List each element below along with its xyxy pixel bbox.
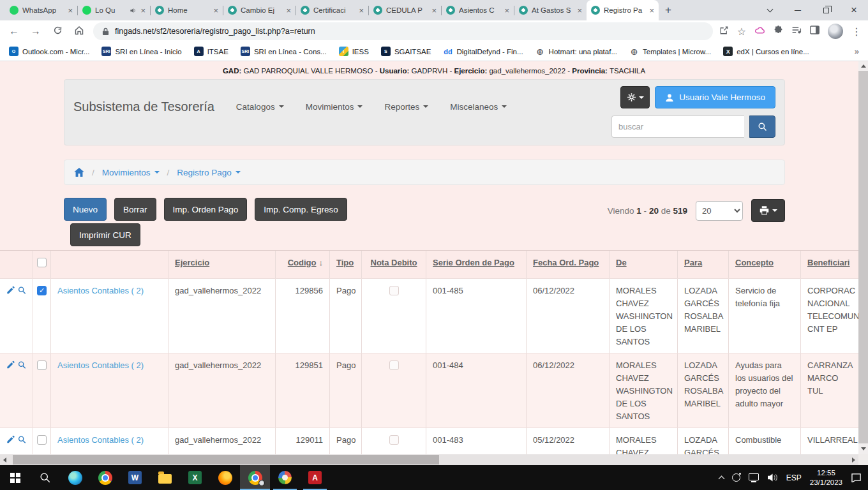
bookmark-outlook[interactable]: OOutlook.com - Micr... xyxy=(9,47,89,56)
taskbar-edge-icon[interactable] xyxy=(60,465,90,490)
tab-close-icon[interactable]: × xyxy=(359,6,364,15)
taskbar-chrome-icon[interactable] xyxy=(90,465,120,490)
bookmark-sgaitsae[interactable]: SSGAITSAE xyxy=(381,47,431,56)
bookmark-iess[interactable]: IIESS xyxy=(339,47,369,56)
new-tab-button[interactable]: + xyxy=(659,4,678,20)
window-minimize-button[interactable]: ─ xyxy=(784,0,812,20)
view-magnifier-icon[interactable] xyxy=(18,286,26,295)
bookmark-sri-consultas[interactable]: SRISRI en Línea - Cons... xyxy=(241,47,327,56)
view-magnifier-icon[interactable] xyxy=(18,435,26,444)
taskbar-word-icon[interactable]: W xyxy=(120,465,150,490)
borrar-button[interactable]: Borrar xyxy=(114,198,156,221)
header-beneficiario[interactable]: Beneficiari xyxy=(801,251,858,278)
tab-close-icon[interactable]: × xyxy=(213,6,218,15)
bookmark-itsae[interactable]: AITSAE xyxy=(194,47,228,56)
search-button[interactable] xyxy=(749,115,775,138)
horizontal-scrollbar[interactable] xyxy=(0,454,858,465)
header-fecha[interactable]: Fecha Ord. Pago xyxy=(527,251,610,278)
language-indicator[interactable]: ESP xyxy=(786,473,802,482)
side-panel-icon[interactable] xyxy=(810,26,819,37)
vertical-scrollbar[interactable] xyxy=(858,61,868,454)
tab-registro-pago[interactable]: Registro Pa × xyxy=(587,0,659,20)
taskbar-excel-icon[interactable]: X xyxy=(180,465,210,490)
tab-close-icon[interactable]: × xyxy=(431,6,437,15)
tab-close-icon[interactable]: × xyxy=(68,6,73,15)
tab-asientos[interactable]: Asientos C × xyxy=(442,0,514,20)
tab-close-icon[interactable]: × xyxy=(649,6,654,15)
view-magnifier-icon[interactable] xyxy=(18,360,26,369)
tab-close-icon[interactable]: × xyxy=(286,6,291,15)
imprimir-cur-button[interactable]: Imprimir CUR xyxy=(70,223,140,246)
tab-cambio-ejercicio[interactable]: Cambio Ej × xyxy=(223,0,296,20)
taskbar-paint-icon[interactable] xyxy=(270,465,300,490)
tab-at-gastos[interactable]: At Gastos S × xyxy=(514,0,587,20)
window-restore-button[interactable] xyxy=(812,0,840,20)
edit-pencil-icon[interactable] xyxy=(6,435,15,444)
search-input[interactable] xyxy=(611,115,744,138)
tab-close-icon[interactable]: × xyxy=(504,6,509,15)
bookmark-edx[interactable]: XedX | Cursos en líne... xyxy=(723,47,809,56)
imp-orden-pago-button[interactable]: Imp. Orden Pago xyxy=(164,198,248,221)
header-de[interactable]: De xyxy=(610,251,678,278)
row-checkbox[interactable] xyxy=(37,435,47,445)
taskbar-chrome-active-icon[interactable] xyxy=(240,465,270,490)
tray-expand-icon[interactable] xyxy=(718,475,724,482)
url-bar[interactable]: fingads.net/sf2/tesoreria/registro_pago_… xyxy=(93,22,713,40)
tab-search-chevron-icon[interactable] xyxy=(756,0,784,20)
bookmark-hotmart[interactable]: ⊕Hotmart: una plataf... xyxy=(535,47,617,56)
header-ejercicio[interactable]: Ejercicio xyxy=(168,251,276,278)
tab-certificacion[interactable]: Certificaci × xyxy=(296,0,368,20)
bookmarks-overflow-icon[interactable]: » xyxy=(855,47,859,56)
bookmark-star-icon[interactable]: ☆ xyxy=(737,26,746,38)
share-icon[interactable] xyxy=(719,26,729,38)
profile-avatar[interactable] xyxy=(828,24,843,39)
header-para[interactable]: Para xyxy=(678,251,729,278)
taskbar-firefox-icon[interactable] xyxy=(210,465,240,490)
menu-movimientos[interactable]: Movimientos xyxy=(306,102,363,112)
header-nota-debito[interactable]: Nota Debito xyxy=(362,251,426,278)
vertical-scrollbar-thumb[interactable] xyxy=(858,71,868,443)
header-tipo[interactable]: Tipo xyxy=(330,251,362,278)
browser-menu-kebab-icon[interactable]: ⋮ xyxy=(851,26,862,38)
header-serie[interactable]: Serie Orden de Pago xyxy=(426,251,527,278)
taskbar-search-button[interactable] xyxy=(30,465,60,490)
scroll-left-arrow[interactable] xyxy=(0,454,10,465)
bookmark-digitaldefynd[interactable]: ddDigitalDefynd - Fin... xyxy=(443,47,523,56)
taskbar-acrobat-icon[interactable]: A xyxy=(300,465,330,490)
tab-close-icon[interactable]: × xyxy=(140,6,146,15)
asientos-contables-link[interactable]: Asientos Contables ( 2) xyxy=(57,435,144,445)
row-checkbox[interactable] xyxy=(37,360,47,370)
settings-gear-button[interactable] xyxy=(620,86,650,108)
notifications-icon[interactable] xyxy=(851,473,862,482)
menu-catalogos[interactable]: Catalogos xyxy=(236,102,284,112)
nota-debito-checkbox[interactable] xyxy=(389,286,399,295)
back-icon[interactable]: ← xyxy=(6,26,22,37)
select-all-checkbox[interactable] xyxy=(37,258,47,267)
nota-debito-checkbox[interactable] xyxy=(389,360,399,370)
nuevo-button[interactable]: Nuevo xyxy=(64,198,107,221)
taskbar-file-explorer-icon[interactable] xyxy=(150,465,180,490)
row-checkbox[interactable]: ✓ xyxy=(37,286,47,295)
asientos-contables-link[interactable]: Asientos Contables ( 2) xyxy=(57,360,144,370)
tab-close-icon[interactable]: × xyxy=(577,6,582,15)
breadcrumb-movimientos[interactable]: Movimientos xyxy=(102,168,160,177)
window-close-button[interactable]: × xyxy=(840,0,868,20)
breadcrumb-registro-pago[interactable]: Registro Pago xyxy=(177,168,241,177)
print-button[interactable] xyxy=(751,199,785,222)
tray-app-icon[interactable] xyxy=(732,473,740,482)
edit-pencil-icon[interactable] xyxy=(6,360,15,369)
edit-pencil-icon[interactable] xyxy=(6,286,15,295)
imp-comp-egreso-button[interactable]: Imp. Comp. Egreso xyxy=(255,198,347,221)
tab-whatsapp[interactable]: WhatsApp × xyxy=(5,0,77,20)
home-icon[interactable] xyxy=(74,168,84,177)
tab-home[interactable]: Home × xyxy=(151,0,223,20)
weather-extension-icon[interactable] xyxy=(754,26,765,37)
horizontal-scrollbar-thumb[interactable] xyxy=(13,455,439,464)
extensions-puzzle-icon[interactable] xyxy=(774,26,783,38)
header-codigo[interactable]: Codigo↓ xyxy=(276,251,330,278)
media-playlist-icon[interactable] xyxy=(791,26,802,37)
forward-icon[interactable]: → xyxy=(28,26,43,37)
scroll-up-arrow[interactable] xyxy=(858,61,868,71)
network-icon[interactable] xyxy=(749,473,759,480)
menu-reportes[interactable]: Reportes xyxy=(384,102,428,112)
